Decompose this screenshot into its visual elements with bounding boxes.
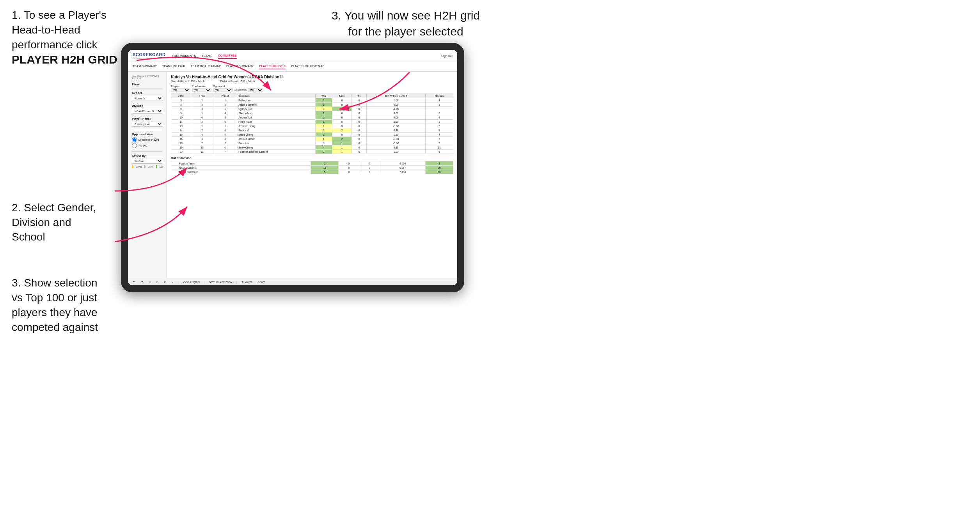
opponent-filter-label: Opponent bbox=[213, 85, 233, 88]
cell-rounds: 6 bbox=[426, 150, 453, 154]
top-100-radio[interactable] bbox=[132, 143, 137, 148]
opponent-filter-select[interactable]: (All) bbox=[213, 88, 233, 92]
out-cell-opponent: NAIA Division 1 bbox=[171, 166, 311, 170]
out-cell-rounds: 2 bbox=[425, 161, 453, 166]
cell-conf: 3 bbox=[213, 115, 237, 120]
grid-area: Katelyn Vo Head-to-Head Grid for Women's… bbox=[167, 72, 457, 278]
cell-win: 4 bbox=[315, 145, 332, 150]
division-label: Division bbox=[132, 104, 163, 108]
out-cell-opponent: Foreign Team bbox=[171, 161, 311, 166]
cell-opponent: Jessica Huang bbox=[237, 124, 315, 128]
cell-loss: 1 bbox=[332, 107, 352, 111]
cell-opponent: Esther Lee bbox=[237, 98, 315, 103]
cell-rounds: 3 bbox=[426, 111, 453, 115]
player-label: Player bbox=[132, 83, 163, 86]
sub-nav-player-summary[interactable]: PLAYER SUMMARY bbox=[226, 64, 254, 69]
cell-opponent: Jessica Mason bbox=[237, 137, 315, 141]
back-button[interactable]: ◁ bbox=[147, 280, 152, 284]
cell-win: 1 bbox=[315, 98, 332, 103]
sub-navigation: TEAM SUMMARY TEAM H2H GRID TEAM H2H HEAT… bbox=[128, 62, 457, 72]
grid-title: Katelyn Vo Head-to-Head Grid for Women's… bbox=[171, 75, 453, 79]
sub-nav-team-h2h-heatmap[interactable]: TEAM H2H HEATMAP bbox=[191, 64, 221, 69]
watch-button[interactable]: 👁 Watch bbox=[240, 280, 254, 284]
out-cell-diff: 9.267 bbox=[380, 166, 425, 170]
colour-by-select[interactable]: Win/loss bbox=[132, 159, 163, 164]
cell-tie: 0 bbox=[352, 115, 366, 120]
cell-win: 2 bbox=[315, 128, 332, 133]
logo-text: SCOREBOARD bbox=[133, 52, 165, 57]
region-filter-select[interactable]: (All) bbox=[171, 88, 190, 92]
cell-opponent: Alexis Sudjianto bbox=[237, 103, 315, 107]
sub-nav-player-h2h-heatmap[interactable]: PLAYER H2H HEATMAP bbox=[291, 64, 324, 69]
bottom-toolbar: ↩ ↪ ◁ ▷ ⚙ ↻ | View: Original | Save Cust… bbox=[128, 278, 457, 285]
top-100-option[interactable]: Top 100 bbox=[132, 143, 163, 148]
instruction-top-right: 3. You will now see H2H grid for the pla… bbox=[312, 8, 499, 39]
cell-tie: 0 bbox=[352, 120, 366, 124]
cell-tie: 0 bbox=[352, 111, 366, 115]
cell-loss: 1 bbox=[332, 141, 352, 145]
cell-conf: 5 bbox=[213, 120, 237, 124]
col-loss: Loss bbox=[332, 94, 352, 98]
opponents-filter-select[interactable]: (All) bbox=[248, 88, 263, 92]
cell-diff: 3.33 bbox=[366, 120, 425, 124]
cell-div: 9 bbox=[171, 111, 191, 115]
cell-conf: 6 bbox=[213, 145, 237, 150]
colour-legend: Down Level Up bbox=[132, 165, 163, 168]
sub-nav-player-h2h-grid[interactable]: PLAYER H2H GRID bbox=[259, 64, 286, 69]
nav-teams[interactable]: TEAMS bbox=[202, 53, 213, 58]
out-cell-opponent: NCAA Division 2 bbox=[171, 170, 311, 174]
level-dot bbox=[144, 165, 146, 168]
nav-items: TOURNAMENTS TEAMS COMMITTEE bbox=[172, 53, 435, 59]
cell-win: 2 bbox=[315, 150, 332, 154]
cell-loss: 0 bbox=[332, 103, 352, 107]
gender-select[interactable]: Women's bbox=[132, 96, 163, 101]
table-row: 10 6 3 Andrea York 2 0 0 4.00 4 bbox=[171, 115, 453, 120]
sub-nav-team-summary[interactable]: TEAM SUMMARY bbox=[133, 64, 157, 69]
undo-button[interactable]: ↩ bbox=[132, 280, 137, 284]
opponent-filter-group: Opponent (All) bbox=[213, 85, 233, 92]
nav-committee[interactable]: COMMITTEE bbox=[218, 53, 237, 59]
division-select[interactable]: NCAA Division III bbox=[132, 109, 163, 114]
opponents-played-option[interactable]: Opponents Played bbox=[132, 137, 163, 142]
opponent-view-options: Opponents Played Top 100 bbox=[132, 137, 163, 148]
share-button[interactable]: Share bbox=[257, 280, 266, 284]
out-cell-diff: 7.400 bbox=[380, 170, 425, 174]
out-cell-loss: 0 bbox=[339, 161, 359, 166]
redo-button[interactable]: ↪ bbox=[140, 280, 144, 284]
cell-div: 5 bbox=[171, 103, 191, 107]
cell-reg: 2 bbox=[191, 120, 213, 124]
out-cell-diff: 4.500 bbox=[380, 161, 425, 166]
colour-by-label: Colour by bbox=[132, 154, 163, 157]
instruction-1-text: 1. To see a Player's Head-to-Head perfor… bbox=[12, 8, 137, 52]
sub-nav-team-h2h-grid[interactable]: TEAM H2H GRID bbox=[162, 64, 185, 69]
cell-win: 0 bbox=[315, 107, 332, 111]
save-custom-view-button[interactable]: Save Custom View bbox=[208, 280, 233, 284]
cell-diff: 4.00 bbox=[366, 115, 425, 120]
opponents-played-radio[interactable] bbox=[132, 137, 137, 142]
view-original-button[interactable]: View: Original bbox=[182, 280, 201, 284]
refresh-button[interactable]: ↻ bbox=[170, 280, 175, 284]
forward-button[interactable]: ▷ bbox=[155, 280, 159, 284]
out-cell-rounds: 30 bbox=[425, 166, 453, 170]
cell-diff: 1.25 bbox=[366, 133, 425, 137]
player-rank-select[interactable]: 8. Katelyn Vo bbox=[132, 122, 163, 127]
sign-out-link[interactable]: Sign out bbox=[441, 54, 453, 58]
settings-button[interactable]: ⚙ bbox=[162, 280, 167, 284]
division-record: Division Record: 331 - 34 - 6 bbox=[220, 80, 255, 83]
cell-conf: 4 bbox=[213, 128, 237, 133]
down-dot bbox=[132, 165, 133, 168]
player-rank-label: Player (Rank) bbox=[132, 117, 163, 120]
cell-tie: 0 bbox=[352, 133, 366, 137]
instruction-2: 2. Select Gender, Division and School bbox=[12, 200, 137, 244]
cell-loss: 0 bbox=[332, 115, 352, 120]
cell-diff: -0.94 bbox=[366, 137, 425, 141]
cell-reg: 3 bbox=[191, 137, 213, 141]
out-cell-tie: 0 bbox=[359, 170, 380, 174]
main-data-table: # Div # Reg # Conf Opponent Win Loss Tie… bbox=[171, 94, 453, 154]
grid-record: Overall Record: 353 - 34 - 6 Division Re… bbox=[171, 80, 453, 83]
table-row: 11 2 5 Heejo Hyun 1 0 0 3.33 3 bbox=[171, 120, 453, 124]
nav-tournaments[interactable]: TOURNAMENTS bbox=[172, 53, 196, 58]
cell-reg: 2 bbox=[191, 103, 213, 107]
player-section: Player Gender Women's bbox=[132, 83, 163, 101]
conference-filter-select[interactable]: (All) bbox=[192, 88, 211, 92]
